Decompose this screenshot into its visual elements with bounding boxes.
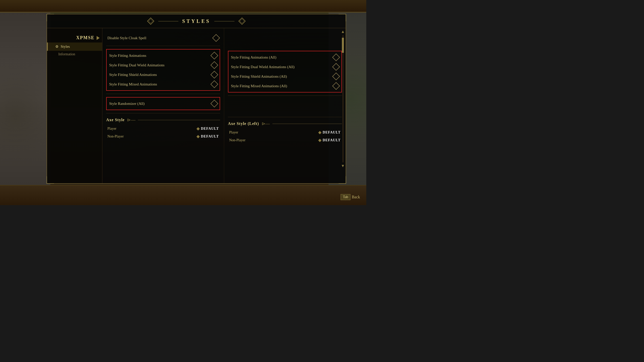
back-action-label: Back xyxy=(352,195,360,199)
style-fitting-animations-all-label: Style Fitting Animations (All) xyxy=(231,55,276,60)
style-fitting-dual-wield-row: Style Fitting Dual Wield Animations xyxy=(108,60,218,70)
axe-nonplayer-row: Non-Player ◆ DEFAULT xyxy=(106,132,220,140)
style-fitting-dual-wield-all-label: Style Fitting Dual Wield Animations (All… xyxy=(231,65,295,69)
right-column: Style Fitting Animations (All) Style Fit… xyxy=(224,28,346,183)
axe-left-player-label: Player xyxy=(229,130,238,134)
scrollbar: ▲ ▼ xyxy=(341,29,344,168)
right-divider-1 xyxy=(228,96,342,96)
style-fitting-shield-row: Style Fitting Shield Animations xyxy=(108,70,218,79)
style-fitting-mixed-all-row: Style Fitting Mixed Animations (All) xyxy=(230,81,340,91)
scroll-up-arrow[interactable]: ▲ xyxy=(341,29,345,34)
axe-player-default: DEFAULT xyxy=(201,127,219,131)
axe-style-left-title: Axe Style (Left) xyxy=(228,121,259,126)
axe-style-left-header: Axe Style (Left) ⊳— xyxy=(228,121,342,126)
sidebar: XPMSE ⚙ Styles Information xyxy=(47,28,102,183)
style-randomizer-label: Style Randomizer (All) xyxy=(109,102,145,106)
disable-style-cloak-row: Disable Style Cloak Spell xyxy=(106,33,220,43)
sidebar-styles-label: Styles xyxy=(61,44,70,49)
right-spacer-2 xyxy=(228,99,342,114)
axe-style-line xyxy=(138,120,220,120)
style-fitting-shield-all-diamond[interactable] xyxy=(332,72,340,80)
axe-style-left-icon: ⊳— xyxy=(262,121,270,126)
page-title: STYLES xyxy=(182,18,211,24)
sidebar-item-styles[interactable]: ⚙ Styles xyxy=(47,42,102,51)
title-bar: STYLES xyxy=(47,14,346,28)
style-fitting-dual-wield-all-diamond[interactable] xyxy=(332,63,340,71)
axe-left-nonplayer-default: DEFAULT xyxy=(323,138,341,142)
style-fitting-animations-all-row: Style Fitting Animations (All) xyxy=(230,53,340,62)
disable-style-cloak-label: Disable Style Cloak Spell xyxy=(107,36,146,40)
style-fitting-animations-row: Style Fitting Animations xyxy=(108,51,218,60)
divider-3 xyxy=(106,113,220,113)
axe-style-section: Axe Style ⊳— Player ◆ DEFAULT Non-Player xyxy=(106,117,220,140)
axe-left-player-default: DEFAULT xyxy=(323,130,341,134)
tab-key-label[interactable]: Tab xyxy=(341,194,350,200)
corner-bl xyxy=(47,176,54,184)
style-fitting-animations-diamond[interactable] xyxy=(210,52,218,59)
style-fitting-mixed-all-diamond[interactable] xyxy=(332,82,340,90)
style-randomizer-row: Style Randomizer (All) xyxy=(108,99,218,108)
axe-style-header: Axe Style ⊳— xyxy=(106,117,220,123)
axe-left-player-row: Player ◆ DEFAULT xyxy=(228,128,342,136)
bg-top-bar xyxy=(0,0,366,13)
main-panel: Disable Style Cloak Spell Style Fitting … xyxy=(102,28,346,183)
title-decoration: STYLES xyxy=(147,17,246,25)
style-fitting-animations-all-diamond[interactable] xyxy=(332,53,340,61)
axe-nonplayer-label: Non-Player xyxy=(107,134,124,139)
axe-player-value[interactable]: ◆ DEFAULT xyxy=(196,126,219,131)
red-group-animations: Style Fitting Animations Style Fitting D… xyxy=(106,49,220,91)
svg-marker-2 xyxy=(239,18,245,24)
style-fitting-shield-all-label: Style Fitting Shield Animations (All) xyxy=(231,74,287,79)
disable-style-cloak-diamond[interactable] xyxy=(212,34,220,42)
axe-left-nonplayer-row: Non-Player ◆ DEFAULT xyxy=(228,136,342,144)
axe-player-label: Player xyxy=(107,127,116,131)
style-fitting-shield-label: Style Fitting Shield Animations xyxy=(109,73,157,77)
axe-style-icon: ⊳— xyxy=(127,117,135,123)
right-divider-2 xyxy=(228,117,342,117)
style-fitting-mixed-row: Style Fitting Mixed Animations xyxy=(108,79,218,89)
red-group-animations-all: Style Fitting Animations (All) Style Fit… xyxy=(228,51,342,93)
style-fitting-mixed-diamond[interactable] xyxy=(210,80,218,88)
style-fitting-dual-wield-diamond[interactable] xyxy=(210,61,218,69)
left-column: Disable Style Cloak Spell Style Fitting … xyxy=(102,28,224,183)
bullet-icon-4: ◆ xyxy=(318,138,321,143)
bg-bottom-bar xyxy=(0,185,366,205)
axe-style-left-section: Axe Style (Left) ⊳— Player ◆ DEFAULT Non… xyxy=(228,121,342,144)
title-line-right xyxy=(214,21,234,21)
sidebar-item-information[interactable]: Information xyxy=(47,51,102,58)
content-area: XPMSE ⚙ Styles Information Disable Style… xyxy=(47,28,346,183)
bullet-icon: ◆ xyxy=(196,126,199,131)
bg-stone-left xyxy=(0,13,50,185)
style-fitting-shield-diamond[interactable] xyxy=(210,71,218,78)
style-fitting-shield-all-row: Style Fitting Shield Animations (All) xyxy=(230,72,340,81)
scroll-down-arrow[interactable]: ▼ xyxy=(341,164,345,168)
back-button-area: Tab Back xyxy=(341,194,360,200)
axe-left-nonplayer-label: Non-Player xyxy=(229,138,246,142)
style-fitting-animations-label: Style Fitting Animations xyxy=(109,54,146,58)
title-line-left xyxy=(158,21,178,21)
scroll-thumb[interactable] xyxy=(342,38,344,53)
styles-icon: ⚙ xyxy=(55,44,59,49)
style-fitting-mixed-all-label: Style Fitting Mixed Animations (All) xyxy=(231,84,287,88)
axe-player-row: Player ◆ DEFAULT xyxy=(106,125,220,132)
divider-2 xyxy=(106,94,220,94)
svg-marker-3 xyxy=(240,19,244,23)
title-left-ornament xyxy=(147,17,154,25)
axe-nonplayer-default: DEFAULT xyxy=(201,134,219,139)
svg-marker-1 xyxy=(149,19,153,23)
svg-marker-0 xyxy=(147,18,154,24)
red-group-randomizer: Style Randomizer (All) xyxy=(106,97,220,110)
divider-1 xyxy=(106,46,220,46)
axe-left-player-value[interactable]: ◆ DEFAULT xyxy=(318,130,341,135)
corner-br xyxy=(339,176,346,184)
bullet-icon-3: ◆ xyxy=(318,130,321,135)
axe-style-left-line xyxy=(272,124,342,124)
style-fitting-dual-wield-all-row: Style Fitting Dual Wield Animations (All… xyxy=(230,62,340,72)
axe-nonplayer-value[interactable]: ◆ DEFAULT xyxy=(196,134,219,139)
style-randomizer-diamond[interactable] xyxy=(210,100,218,107)
scroll-track xyxy=(343,35,343,162)
menu-container: STYLES XPMSE ⚙ Styles Information xyxy=(47,14,346,184)
bullet-icon-2: ◆ xyxy=(196,134,199,139)
style-fitting-mixed-label: Style Fitting Mixed Animations xyxy=(109,82,157,86)
axe-left-nonplayer-value[interactable]: ◆ DEFAULT xyxy=(318,138,341,143)
